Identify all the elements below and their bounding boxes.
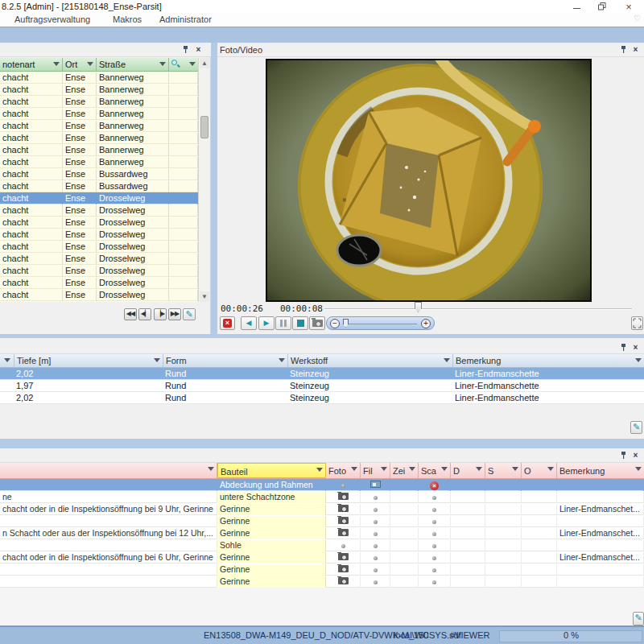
filter-icon[interactable] (409, 467, 415, 471)
scroll-down-icon[interactable]: ▼ (200, 291, 209, 302)
column-header-d[interactable]: D (451, 463, 485, 478)
table-row[interactable]: Gerinne (0, 564, 644, 576)
nav-next-button[interactable]: ▕▶ (154, 308, 167, 320)
filter-icon[interactable] (279, 358, 285, 362)
column-header-bemerkung[interactable]: Bemerkung (557, 463, 644, 478)
column-header-knotenart[interactable]: notenart (0, 58, 63, 71)
menu-auftragsverwaltung[interactable]: Auftragsverwaltung (14, 14, 90, 24)
column-header-ort[interactable]: Ort (63, 58, 97, 71)
list-item[interactable]: chachtEnseDrosselweg (0, 289, 198, 301)
column-header-s[interactable]: S (485, 463, 522, 478)
column-header-bemerkung[interactable]: Bemerkung (453, 354, 644, 367)
list-item[interactable]: chachtEnseBannerweg (0, 132, 198, 144)
minimize-button[interactable] (568, 2, 585, 12)
filter-icon[interactable] (635, 467, 642, 471)
pin-icon[interactable] (619, 343, 628, 352)
filter-icon[interactable] (441, 467, 448, 471)
column-header-search[interactable] (169, 58, 198, 71)
list-item[interactable]: chachtEnseDrosselweg (0, 277, 198, 289)
close-panel-icon[interactable]: × (631, 45, 640, 54)
filter-icon[interactable] (512, 467, 518, 471)
table-row[interactable]: 1,97 Rund Steinzeug Liner-Endmanschette (0, 380, 644, 392)
filter-icon[interactable] (189, 62, 196, 66)
close-panel-icon[interactable]: × (631, 451, 640, 460)
restore-button[interactable] (593, 2, 611, 12)
table-row[interactable]: 2,02 Rund Steinzeug Liner-Endmanschette (0, 392, 644, 404)
zoom-track[interactable] (345, 324, 417, 324)
list-item[interactable]: chachtEnseBussardweg (0, 180, 198, 192)
list-item[interactable]: chachtEnseBussardweg (0, 168, 198, 180)
filter-icon[interactable] (444, 358, 450, 362)
list-item[interactable]: chachtEnseDrosselweg (0, 265, 198, 277)
list-item[interactable]: chachtEnseBannerweg (0, 144, 198, 156)
play-button[interactable]: ▶ (258, 316, 275, 330)
filter-icon[interactable] (53, 62, 60, 66)
nav-prev-button[interactable]: ◀▏ (138, 308, 151, 320)
fit-to-window-button[interactable] (631, 316, 643, 330)
column-header-o[interactable]: O (522, 463, 557, 478)
filter-icon[interactable] (381, 467, 387, 471)
list-item[interactable]: chachtEnseDrosselweg (0, 229, 198, 241)
table-row[interactable]: chacht oder in die Inspektionsöffnung be… (0, 503, 644, 515)
list-item[interactable]: chachtEnseDrosselweg (0, 204, 198, 217)
list-item[interactable]: chachtEnseBannerweg (0, 108, 198, 120)
edit-pencil-button[interactable]: ✎ (630, 421, 642, 434)
close-button[interactable]: × (620, 2, 638, 12)
column-header-strasse[interactable]: Straße (97, 58, 169, 71)
filter-icon[interactable] (635, 358, 642, 362)
column-header-fil[interactable]: Fil (361, 463, 390, 478)
column-header-bauteil[interactable]: Bauteil (217, 463, 326, 478)
edit-pencil-button[interactable]: ✎ (633, 612, 644, 625)
heart-icon[interactable]: ♡ (634, 14, 641, 23)
snapshot-button[interactable] (309, 316, 325, 330)
column-header-indicator[interactable] (0, 354, 14, 367)
list-item[interactable]: chachtEnseDrosselweg (0, 253, 198, 265)
list-item[interactable]: chachtEnseBannerweg (0, 156, 198, 168)
close-panel-icon[interactable]: × (194, 45, 203, 54)
list-item[interactable]: chachtEnseBannerweg (0, 72, 198, 84)
scroll-thumb[interactable] (200, 116, 208, 138)
node-list-scrollbar[interactable]: ▲ ▼ (198, 58, 209, 302)
filter-icon[interactable] (208, 467, 214, 471)
zoom-thumb[interactable] (343, 319, 349, 328)
column-header-description[interactable] (0, 463, 217, 478)
filter-icon[interactable] (4, 358, 10, 362)
close-video-button[interactable]: × (220, 316, 235, 330)
table-row[interactable]: neuntere Schachtzone (0, 491, 644, 503)
filter-icon[interactable] (547, 467, 554, 471)
scroll-up-icon[interactable]: ▲ (200, 58, 209, 68)
list-item[interactable]: chachtEnseDrosselweg (0, 241, 198, 253)
pin-icon[interactable] (619, 451, 628, 460)
close-panel-icon[interactable]: × (631, 343, 640, 352)
column-header-sca[interactable]: Sca (419, 463, 451, 478)
pin-icon[interactable] (619, 45, 628, 54)
menu-makros[interactable]: Makros (113, 14, 142, 24)
zoom-in-button[interactable]: + (421, 319, 431, 328)
list-item[interactable]: chachtEnseBannerweg (0, 96, 198, 108)
edit-pencil-button[interactable]: ✎ (183, 308, 196, 320)
column-header-tiefe[interactable]: Tiefe [m] (14, 354, 163, 367)
vertical-splitter[interactable] (211, 43, 217, 334)
filter-icon[interactable] (154, 358, 160, 362)
filter-icon[interactable] (476, 467, 482, 471)
menu-administrator[interactable]: Administrator (159, 14, 212, 24)
pause-button[interactable] (275, 316, 291, 330)
pin-icon[interactable] (181, 45, 190, 54)
list-item[interactable]: chachtEnseBannerweg (0, 120, 198, 132)
filter-icon[interactable] (316, 468, 323, 472)
stop-button[interactable] (292, 316, 308, 330)
table-row[interactable]: Gerinne (0, 515, 644, 527)
step-back-button[interactable]: ◀ (241, 316, 257, 330)
nav-last-button[interactable]: ▶▶ (168, 308, 181, 320)
table-row[interactable]: Sohle (0, 539, 644, 551)
filter-icon[interactable] (159, 62, 166, 66)
column-header-werkstoff[interactable]: Werkstoff (288, 354, 453, 367)
nav-first-button[interactable]: ◀◀ (124, 308, 137, 320)
list-item[interactable]: chachtEnseDrosselweg (0, 192, 198, 204)
filter-icon[interactable] (87, 62, 93, 66)
zoom-out-button[interactable]: − (330, 319, 340, 328)
seek-thumb[interactable] (415, 302, 422, 312)
table-row[interactable]: 2,02 Rund Steinzeug Liner-Endmanschette (0, 368, 644, 380)
list-item[interactable]: chachtEnseBannerweg (0, 84, 198, 96)
seek-track[interactable] (324, 308, 632, 310)
